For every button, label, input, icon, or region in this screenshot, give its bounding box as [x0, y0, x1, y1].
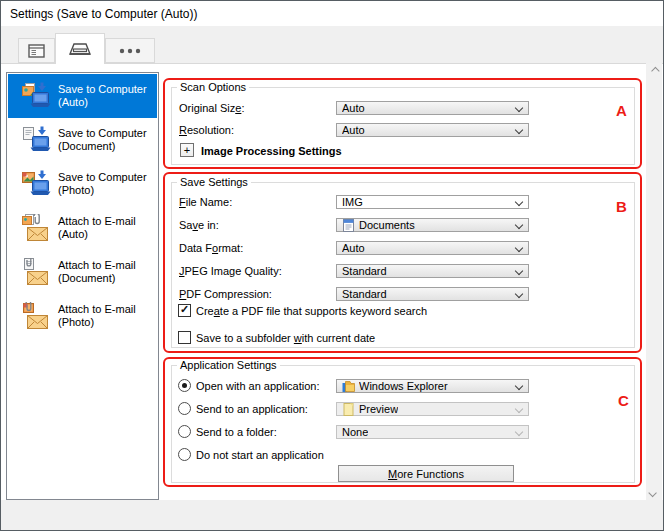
- resolution-label: Resolution:: [179, 124, 234, 136]
- sidebar-item-label: Attach to E-mail: [58, 303, 136, 316]
- image-processing-settings-label: Image Processing Settings: [201, 145, 342, 157]
- file-name-label: File Name:: [179, 196, 232, 208]
- sidebar-item-label: Save to Computer: [58, 127, 147, 140]
- preview-app-icon: [342, 403, 355, 416]
- send-to-folder-label: Send to a folder:: [196, 426, 277, 438]
- data-format-value: Auto: [342, 242, 365, 254]
- do-not-start-application-label: Do not start an application: [196, 449, 324, 461]
- open-with-application-label: Open with an application:: [196, 380, 320, 392]
- file-name-value: IMG: [342, 196, 363, 208]
- send-to-folder-value: None: [342, 426, 368, 438]
- sidebar-item-label: Save to Computer: [58, 83, 147, 96]
- tab-general[interactable]: [18, 38, 55, 63]
- open-with-application-radio[interactable]: [178, 379, 191, 392]
- documents-icon: [342, 219, 355, 232]
- sidebar-item-save-computer-auto[interactable]: Save to Computer (Auto): [8, 74, 157, 118]
- sidebar-item-label: Save to Computer: [58, 171, 147, 184]
- pdf-compression-dropdown[interactable]: Standard: [336, 287, 529, 301]
- tab-scanner[interactable]: [55, 33, 105, 64]
- application-settings-group-title: Application Settings: [177, 359, 280, 371]
- footer-bar: [1, 500, 663, 531]
- profile-list: Save to Computer (Auto) Save to Computer…: [6, 72, 159, 500]
- window-icon: [28, 44, 45, 58]
- data-format-dropdown[interactable]: Auto: [336, 241, 529, 255]
- chevron-down-icon: [515, 198, 523, 206]
- original-size-label: Original Size:: [179, 102, 244, 114]
- send-to-application-dropdown: Preview: [336, 402, 529, 416]
- do-not-start-application-radio[interactable]: [178, 448, 191, 461]
- open-with-application-value: Windows Explorer: [359, 380, 448, 392]
- more-functions-button[interactable]: More Functions: [338, 465, 514, 482]
- send-to-folder-radio[interactable]: [178, 425, 191, 438]
- resolution-value: Auto: [342, 124, 365, 136]
- windows-explorer-icon: [342, 380, 355, 393]
- send-to-application-label: Send to an application:: [196, 403, 308, 415]
- save-to-computer-document-icon: [21, 126, 51, 154]
- scanner-icon: [68, 41, 92, 58]
- create-pdf-keyword-label: Create a PDF file that supports keyword …: [196, 305, 427, 317]
- sidebar-item-sublabel: (Auto): [58, 96, 147, 109]
- resolution-dropdown[interactable]: Auto: [336, 123, 529, 137]
- sidebar-item-sublabel: (Auto): [58, 228, 136, 241]
- pdf-compression-label: PDF Compression:: [179, 288, 272, 300]
- chevron-down-icon: [515, 428, 523, 436]
- save-in-value: Documents: [359, 219, 415, 231]
- scan-options-group-title: Scan Options: [177, 81, 249, 93]
- original-size-dropdown[interactable]: Auto: [336, 101, 529, 115]
- original-size-value: Auto: [342, 102, 365, 114]
- scroll-down-icon: [648, 488, 656, 496]
- window-title: Settings (Save to Computer (Auto)): [10, 7, 197, 21]
- tab-more[interactable]: [105, 38, 155, 63]
- chevron-down-icon: [515, 405, 523, 413]
- save-in-dropdown[interactable]: Documents: [336, 218, 529, 232]
- file-name-combobox[interactable]: IMG: [336, 195, 529, 209]
- title-bar[interactable]: Settings (Save to Computer (Auto)): [1, 1, 663, 26]
- pdf-compression-value: Standard: [342, 288, 387, 300]
- save-subfolder-label: Save to a subfolder with current date: [196, 332, 375, 344]
- ellipsis-icon: [119, 48, 141, 54]
- sidebar-item-label: Attach to E-mail: [58, 215, 136, 228]
- sidebar-item-sublabel: (Document): [58, 140, 147, 153]
- sidebar-item-attach-email-document[interactable]: Attach to E-mail (Document): [8, 250, 157, 294]
- send-to-application-radio[interactable]: [178, 402, 191, 415]
- chevron-down-icon: [515, 244, 523, 252]
- send-to-application-value: Preview: [359, 403, 398, 415]
- chevron-down-icon: [515, 221, 523, 229]
- chevron-down-icon: [515, 290, 523, 298]
- data-format-label: Data Format:: [179, 242, 243, 254]
- sidebar-item-attach-email-photo[interactable]: Attach to E-mail (Photo): [8, 294, 157, 338]
- sidebar-item-sublabel: (Photo): [58, 184, 147, 197]
- jpeg-quality-value: Standard: [342, 265, 387, 277]
- attach-to-email-document-icon: [21, 258, 51, 286]
- checkmark-icon: ✓: [180, 303, 189, 316]
- sidebar-item-label: Attach to E-mail: [58, 259, 136, 272]
- chevron-down-icon: [515, 267, 523, 275]
- scroll-up-icon: [651, 66, 659, 74]
- sidebar-item-save-computer-document[interactable]: Save to Computer (Document): [8, 118, 157, 162]
- scroll-down-button[interactable]: [646, 485, 662, 500]
- open-with-application-dropdown[interactable]: Windows Explorer: [336, 379, 529, 393]
- jpeg-quality-label: JPEG Image Quality:: [179, 265, 282, 277]
- jpeg-quality-dropdown[interactable]: Standard: [336, 264, 529, 278]
- save-to-computer-auto-icon: [21, 82, 51, 110]
- sidebar-item-attach-email-auto[interactable]: Attach to E-mail (Auto): [8, 206, 157, 250]
- scroll-up-button[interactable]: [646, 63, 662, 78]
- save-settings-group-title: Save Settings: [177, 176, 251, 188]
- save-to-computer-photo-icon: [21, 170, 51, 198]
- image-processing-expander-button[interactable]: +: [180, 143, 194, 157]
- chevron-down-icon: [515, 104, 523, 112]
- vertical-scrollbar[interactable]: [646, 63, 662, 500]
- sidebar-item-sublabel: (Photo): [58, 316, 136, 329]
- chevron-down-icon: [515, 382, 523, 390]
- attach-to-email-photo-icon: [21, 302, 51, 330]
- sidebar-item-save-computer-photo[interactable]: Save to Computer (Photo): [8, 162, 157, 206]
- create-pdf-keyword-checkbox[interactable]: ✓: [178, 304, 191, 317]
- save-in-label: Save in:: [179, 219, 219, 231]
- sidebar-item-sublabel: (Document): [58, 272, 136, 285]
- send-to-folder-dropdown: None: [336, 425, 529, 439]
- chevron-down-icon: [515, 126, 523, 134]
- settings-dialog: Settings (Save to Computer (Auto)): [0, 0, 664, 531]
- attach-to-email-auto-icon: [21, 214, 51, 242]
- save-subfolder-checkbox[interactable]: [178, 331, 191, 344]
